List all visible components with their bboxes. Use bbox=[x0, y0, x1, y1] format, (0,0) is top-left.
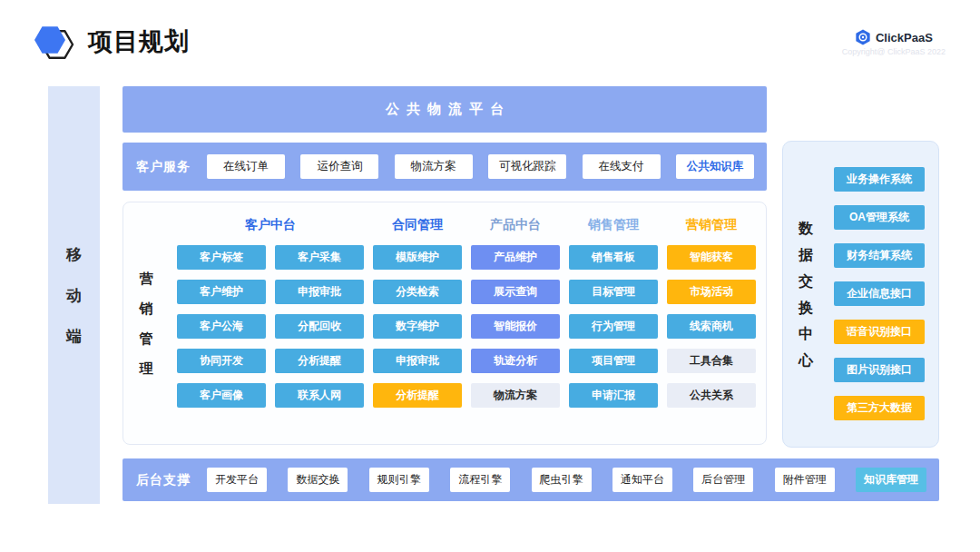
backend-button[interactable]: 流程引擎 bbox=[450, 468, 510, 492]
module-chip[interactable]: 项目管理 bbox=[569, 349, 658, 373]
backend-button[interactable]: 规则引擎 bbox=[369, 468, 429, 492]
exchange-button[interactable]: 第三方大数据 bbox=[834, 396, 925, 420]
column-header: 客户中台 bbox=[177, 214, 364, 234]
customer-service-items: 在线订单运价查询物流方案可视化跟踪在线支付公共知识库 bbox=[207, 154, 754, 179]
sidebar-mobile: 移动端 bbox=[48, 86, 100, 504]
service-button[interactable]: 物流方案 bbox=[395, 154, 473, 179]
module-chip[interactable]: 客户标签 bbox=[177, 245, 266, 270]
backend-support-items: 开发平台数据交换规则引擎流程引擎爬虫引擎通知平台后台管理附件管理知识库管理 bbox=[207, 468, 926, 492]
backend-button[interactable]: 通知平台 bbox=[612, 468, 672, 492]
exchange-vertical-label: 数据交换中心 bbox=[799, 215, 813, 373]
module-chip[interactable]: 模版维护 bbox=[373, 245, 462, 270]
module-chip[interactable]: 公共关系 bbox=[667, 383, 756, 408]
hexagon-logo-icon bbox=[32, 20, 75, 64]
project-planning-page: 项目规划 ClickPaaS Copyright@ ClickPaaS 2022… bbox=[0, 0, 980, 552]
customer-service-bar: 客户服务 在线订单运价查询物流方案可视化跟踪在线支付公共知识库 bbox=[122, 143, 767, 191]
module-chip[interactable]: 展示查询 bbox=[471, 280, 560, 304]
module-chip[interactable]: 客户公海 bbox=[177, 314, 266, 339]
service-button[interactable]: 运价查询 bbox=[300, 154, 378, 179]
backend-button[interactable]: 开发平台 bbox=[207, 468, 267, 492]
module-chip[interactable]: 联系人网 bbox=[275, 383, 364, 408]
service-button[interactable]: 可视化跟踪 bbox=[488, 154, 566, 179]
module-chip[interactable]: 协同开发 bbox=[177, 349, 266, 373]
module-chip[interactable]: 物流方案 bbox=[471, 383, 560, 408]
matrix-cells: 客户标签客户采集模版维护产品维护销售看板智能获客客户维护申报审批分类检索展示查询… bbox=[177, 245, 756, 410]
module-chip[interactable]: 智能报价 bbox=[471, 314, 560, 339]
data-exchange-panel: 数据交换中心 业务操作系统OA管理系统财务结算系统企业信息接口语音识别接口图片识… bbox=[782, 141, 939, 448]
brand-block: ClickPaaS Copyright@ ClickPaaS 2022 bbox=[842, 29, 946, 56]
exchange-vertical-label-wrap: 数据交换中心 bbox=[792, 142, 819, 447]
backend-button[interactable]: 后台管理 bbox=[693, 468, 753, 492]
backend-button[interactable]: 附件管理 bbox=[775, 468, 835, 492]
exchange-button[interactable]: 企业信息接口 bbox=[834, 281, 925, 306]
brand-name: ClickPaaS bbox=[876, 31, 933, 44]
backend-support-label: 后台支撑 bbox=[136, 472, 191, 488]
matrix-grid: 客户中台合同管理产品中台销售管理营销管理 客户标签客户采集模版维护产品维护销售看… bbox=[177, 214, 756, 410]
module-chip[interactable]: 申报审批 bbox=[373, 349, 462, 373]
module-chip[interactable]: 客户维护 bbox=[177, 280, 266, 304]
module-chip[interactable]: 市场活动 bbox=[667, 280, 756, 304]
backend-button[interactable]: 爬虫引擎 bbox=[532, 468, 592, 492]
backend-button[interactable]: 知识库管理 bbox=[856, 468, 926, 492]
sidebar-label: 移动端 bbox=[66, 234, 82, 357]
module-chip[interactable]: 分析提醒 bbox=[275, 349, 364, 373]
matrix-vertical-label: 营销管理 bbox=[140, 263, 153, 383]
matrix-vertical-label-wrap: 营销管理 bbox=[131, 202, 162, 444]
backend-support-bar: 后台支撑 开发平台数据交换规则引擎流程引擎爬虫引擎通知平台后台管理附件管理知识库… bbox=[122, 458, 939, 501]
exchange-button[interactable]: 业务操作系统 bbox=[834, 167, 925, 192]
column-header: 产品中台 bbox=[471, 214, 560, 234]
exchange-button[interactable]: OA管理系统 bbox=[834, 205, 925, 230]
banner-label: 公共物流平台 bbox=[378, 101, 511, 118]
column-header: 合同管理 bbox=[373, 214, 462, 234]
module-chip[interactable]: 申请汇报 bbox=[569, 383, 658, 408]
module-chip[interactable]: 客户采集 bbox=[275, 245, 364, 270]
page-header: 项目规划 bbox=[32, 20, 190, 64]
column-header: 营销管理 bbox=[667, 214, 756, 234]
module-chip[interactable]: 工具合集 bbox=[667, 349, 756, 373]
page-title: 项目规划 bbox=[88, 25, 190, 58]
marketing-management-card: 营销管理 客户中台合同管理产品中台销售管理营销管理 客户标签客户采集模版维护产品… bbox=[122, 202, 767, 445]
module-chip[interactable]: 销售看板 bbox=[569, 245, 658, 270]
service-button[interactable]: 公共知识库 bbox=[676, 154, 754, 179]
column-header: 销售管理 bbox=[569, 214, 658, 234]
module-chip[interactable]: 分类检索 bbox=[373, 280, 462, 304]
module-chip[interactable]: 线索商机 bbox=[667, 314, 756, 339]
module-chip[interactable]: 轨迹分析 bbox=[471, 349, 560, 373]
module-chip[interactable]: 行为管理 bbox=[569, 314, 658, 339]
module-chip[interactable]: 目标管理 bbox=[569, 280, 658, 304]
matrix-column-headers: 客户中台合同管理产品中台销售管理营销管理 bbox=[177, 214, 756, 234]
service-button[interactable]: 在线支付 bbox=[583, 154, 661, 179]
service-button[interactable]: 在线订单 bbox=[207, 154, 285, 179]
banner-public-logistics-platform: 公共物流平台 bbox=[122, 86, 767, 133]
exchange-button[interactable]: 图片识别接口 bbox=[834, 358, 925, 382]
module-chip[interactable]: 智能获客 bbox=[667, 245, 756, 270]
copyright-text: Copyright@ ClickPaaS 2022 bbox=[842, 47, 946, 56]
module-chip[interactable]: 数字维护 bbox=[373, 314, 462, 339]
module-chip[interactable]: 申报审批 bbox=[275, 280, 364, 304]
module-chip[interactable]: 分配回收 bbox=[275, 314, 364, 339]
exchange-button[interactable]: 财务结算系统 bbox=[834, 243, 925, 268]
module-chip[interactable]: 客户画像 bbox=[177, 383, 266, 408]
module-chip[interactable]: 分析提醒 bbox=[373, 383, 462, 408]
exchange-items: 业务操作系统OA管理系统财务结算系统企业信息接口语音识别接口图片识别接口第三方大… bbox=[834, 167, 925, 420]
module-chip[interactable]: 产品维护 bbox=[471, 245, 560, 270]
customer-service-label: 客户服务 bbox=[136, 159, 191, 175]
brand-logo-icon bbox=[855, 29, 871, 45]
exchange-button[interactable]: 语音识别接口 bbox=[834, 320, 925, 344]
backend-button[interactable]: 数据交换 bbox=[288, 468, 348, 492]
